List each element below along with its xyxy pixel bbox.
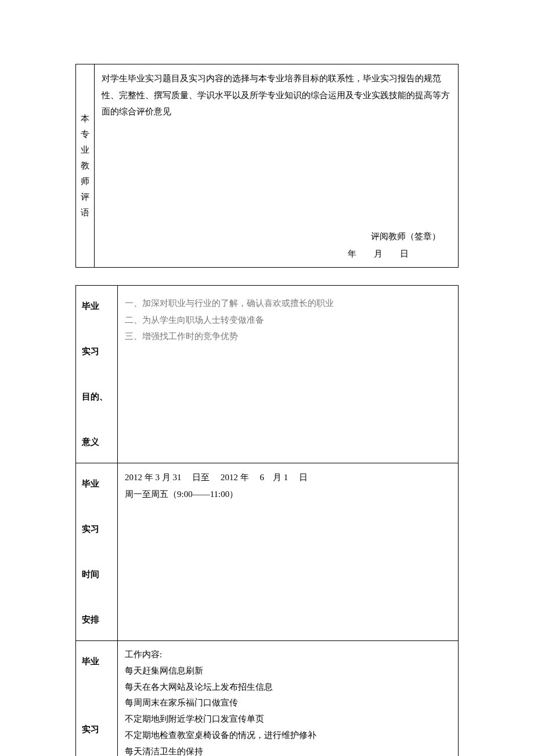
content-line: 不定期地检查教室桌椅设备的情况，进行维护修补 [125,728,451,744]
teacher-comments-table: 本 专 业 教 师 评 语 对学生毕业实习题目及实习内容的选择与本专业培养目标的… [75,64,459,268]
row-label-content: 毕业 实习 内容 [76,641,118,757]
row-label-purpose: 毕业 实习 目的、 意义 [76,286,118,463]
schedule-dates: 2012 年 3 月 31 日至 2012 年 6 月 1 日 [125,469,451,486]
content-line: 工作内容: [125,647,451,663]
content-line: 每天在各大网站及论坛上发布招生信息 [125,679,451,696]
internship-details-table: 毕业 实习 目的、 意义 一、加深对职业与行业的了解，确认喜欢或擅长的职业 二、… [75,285,459,756]
content-cell: 工作内容: 每天赶集网信息刷新 每天在各大网站及论坛上发布招生信息 每周周末在家… [118,641,459,757]
row-label-schedule: 毕业 实习 时间 安排 [76,463,118,641]
content-line: 每周周末在家乐福门口做宣传 [125,695,451,711]
schedule-hours: 周一至周五（9:00——11:00） [125,486,451,503]
row-label-teacher-comments: 本 专 业 教 师 评 语 [76,64,95,268]
schedule-cell: 2012 年 3 月 31 日至 2012 年 6 月 1 日 周一至周五（9:… [118,463,459,641]
purpose-line-3: 三、增强找工作时的竞争优势 [125,328,451,345]
content-line: 每天赶集网信息刷新 [125,663,451,679]
purpose-line-1: 一、加深对职业与行业的了解，确认喜欢或擅长的职业 [125,295,451,312]
signature-label: 评阅教师（签章） [348,228,441,245]
purpose-cell: 一、加深对职业与行业的了解，确认喜欢或擅长的职业 二、为从学生向职场人士转变做准… [118,286,459,463]
purpose-line-2: 二、为从学生向职场人士转变做准备 [125,312,451,329]
content-line: 每天清洁卫生的保持 [125,744,451,757]
evaluation-prompt: 对学生毕业实习题目及实习内容的选择与本专业培养目标的联系性，毕业实习报告的规范性… [102,70,451,120]
content-line: 不定期地到附近学校门口发宣传单页 [125,711,451,728]
date-line: 年 月 日 [348,245,441,262]
teacher-comments-cell: 对学生毕业实习题目及实习内容的选择与本专业培养目标的联系性，毕业实习报告的规范性… [95,64,459,268]
